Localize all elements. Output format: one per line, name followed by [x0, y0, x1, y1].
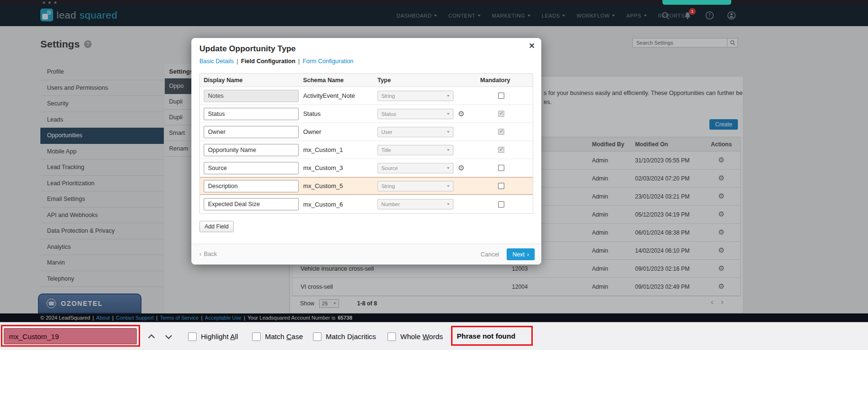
- update-opportunity-type-modal: Update Opportunity Type × Basic Details …: [191, 38, 541, 265]
- mandatory-checkbox[interactable]: [498, 129, 504, 135]
- whole-words-option[interactable]: Whole Words: [387, 322, 443, 350]
- type-select[interactable]: String: [377, 91, 453, 101]
- type-select[interactable]: Title: [377, 145, 453, 155]
- highlight-all-checkbox[interactable]: [188, 332, 197, 341]
- cancel-button[interactable]: Cancel: [481, 251, 499, 258]
- match-case-option[interactable]: Match Case: [252, 322, 303, 350]
- chevron-down-icon: [447, 95, 450, 97]
- browser-dot-icon: [54, 1, 57, 4]
- field-row: ActivityEvent_Note String ⚙: [200, 87, 533, 105]
- schema-name: mx_Custom_1: [303, 146, 368, 153]
- modal-tabs: Basic Details | Field Configuration | Fo…: [199, 58, 353, 65]
- match-diacritics-checkbox[interactable]: [313, 332, 321, 341]
- schema-name: mx_Custom_5: [303, 182, 368, 189]
- tab-basic-details[interactable]: Basic Details: [199, 58, 234, 65]
- display-name-input[interactable]: [204, 108, 299, 120]
- schema-name: Status: [303, 110, 368, 117]
- tab-separator: |: [236, 58, 238, 65]
- display-name-input[interactable]: [204, 180, 299, 192]
- modal-title: Update Opportunity Type: [199, 44, 296, 54]
- type-select[interactable]: User: [377, 127, 453, 137]
- chevron-down-icon: [165, 332, 172, 339]
- schema-name: ActivityEvent_Note: [303, 92, 368, 99]
- display-name-input[interactable]: [204, 198, 299, 210]
- chevron-down-icon: [447, 131, 450, 133]
- chevron-down-icon: [447, 203, 450, 205]
- match-diacritics-option[interactable]: Match Diacritics: [313, 322, 376, 350]
- mandatory-checkbox[interactable]: [498, 165, 504, 171]
- display-name-input[interactable]: [204, 162, 299, 174]
- column-header-display-name: Display Name: [200, 77, 303, 84]
- field-configuration-table: Display Name Schema Name Type Mandatory …: [199, 73, 533, 214]
- chevron-down-icon: [447, 113, 450, 115]
- field-row: mx_Custom_5 String ⚙: [200, 177, 533, 195]
- add-field-button[interactable]: Add Field: [199, 221, 234, 232]
- chevron-left-icon: ‹: [199, 251, 201, 257]
- field-row: mx_Custom_3 Source ⚙: [200, 159, 533, 177]
- close-icon[interactable]: ×: [529, 41, 535, 50]
- chevron-down-icon: [447, 149, 450, 151]
- match-case-checkbox[interactable]: [252, 332, 261, 341]
- type-select[interactable]: String: [377, 181, 453, 191]
- find-next-button[interactable]: [161, 329, 176, 343]
- field-row: Owner User ⚙: [200, 123, 533, 141]
- next-button[interactable]: Next ›: [507, 248, 535, 260]
- tab-form-configuration[interactable]: Form Configuration: [302, 58, 353, 65]
- find-status-message: Phrase not found: [457, 332, 515, 340]
- schema-name: Owner: [303, 128, 368, 135]
- display-name-input[interactable]: [204, 90, 299, 102]
- browser-dot-icon: [48, 1, 51, 4]
- type-select[interactable]: Number: [377, 199, 453, 209]
- tab-field-configuration[interactable]: Field Configuration: [241, 58, 296, 65]
- type-select[interactable]: Status: [377, 109, 453, 119]
- field-row: Status Status ⚙: [200, 105, 533, 123]
- modal-footer: ‹ Back Cancel Next ›: [191, 244, 541, 265]
- chevron-down-icon: [447, 167, 450, 169]
- find-input[interactable]: [4, 328, 137, 344]
- gear-icon[interactable]: ⚙: [458, 110, 464, 118]
- back-link[interactable]: ‹ Back: [199, 251, 217, 257]
- schema-name: mx_Custom_3: [303, 164, 368, 171]
- browser-find-bar: Highlight All Match Case Match Diacritic…: [0, 322, 868, 350]
- type-select[interactable]: Source: [377, 163, 453, 173]
- field-row: mx_Custom_1 Title ⚙: [200, 141, 533, 159]
- display-name-input[interactable]: [204, 144, 299, 156]
- chevron-down-icon: [447, 185, 450, 187]
- column-header-type: Type: [368, 77, 470, 84]
- column-header-mandatory: Mandatory: [470, 77, 533, 84]
- highlight-all-option[interactable]: Highlight All: [188, 322, 238, 350]
- field-table-header: Display Name Schema Name Type Mandatory: [200, 74, 533, 87]
- column-header-schema-name: Schema Name: [303, 77, 368, 84]
- mandatory-checkbox[interactable]: [498, 147, 504, 153]
- browser-top-button[interactable]: [662, 0, 731, 5]
- tab-separator: |: [298, 58, 300, 65]
- mandatory-checkbox[interactable]: [498, 93, 504, 99]
- field-row: mx_Custom_6 Number ⚙: [200, 195, 533, 213]
- browser-dot-icon: [43, 1, 45, 4]
- mandatory-checkbox[interactable]: [498, 201, 504, 208]
- mandatory-checkbox[interactable]: [498, 111, 504, 117]
- browser-top-strip: [0, 0, 868, 5]
- gear-icon[interactable]: ⚙: [458, 164, 464, 172]
- chevron-up-icon: [148, 334, 155, 341]
- whole-words-checkbox[interactable]: [387, 332, 396, 341]
- schema-name: mx_Custom_6: [303, 201, 368, 208]
- find-previous-button[interactable]: [144, 329, 159, 343]
- display-name-input[interactable]: [204, 126, 299, 138]
- mandatory-checkbox[interactable]: [498, 183, 504, 189]
- chevron-right-icon: ›: [527, 251, 529, 258]
- screen: leadsquared DASHBOARD CONTENT MARKETING …: [0, 0, 868, 407]
